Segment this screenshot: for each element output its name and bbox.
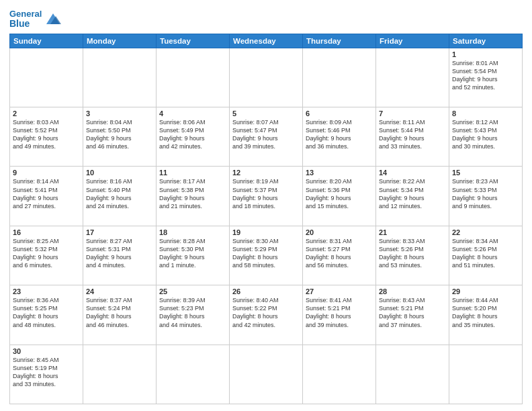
day-number: 1 bbox=[452, 50, 519, 58]
calendar-week-2: 2Sunrise: 8:03 AM Sunset: 5:52 PM Daylig… bbox=[10, 107, 523, 167]
calendar-cell: 14Sunrise: 8:22 AM Sunset: 5:34 PM Dayli… bbox=[376, 167, 449, 226]
day-number: 8 bbox=[452, 109, 519, 118]
logo-text: General bbox=[9, 9, 42, 19]
day-number: 28 bbox=[379, 287, 446, 295]
calendar-cell: 27Sunrise: 8:41 AM Sunset: 5:21 PM Dayli… bbox=[303, 285, 376, 345]
day-number: 16 bbox=[13, 228, 80, 236]
calendar-cell: 8Sunrise: 8:12 AM Sunset: 5:43 PM Daylig… bbox=[449, 107, 523, 167]
day-number: 11 bbox=[159, 169, 226, 177]
calendar-cell: 2Sunrise: 8:03 AM Sunset: 5:52 PM Daylig… bbox=[10, 107, 83, 167]
day-info: Sunrise: 8:33 AM Sunset: 5:26 PM Dayligh… bbox=[379, 237, 446, 270]
day-info: Sunrise: 8:17 AM Sunset: 5:38 PM Dayligh… bbox=[159, 177, 226, 210]
calendar-cell bbox=[303, 345, 376, 404]
day-info: Sunrise: 8:36 AM Sunset: 5:25 PM Dayligh… bbox=[13, 296, 80, 329]
calendar-cell: 22Sunrise: 8:34 AM Sunset: 5:26 PM Dayli… bbox=[449, 226, 523, 285]
day-info: Sunrise: 8:01 AM Sunset: 5:54 PM Dayligh… bbox=[452, 59, 519, 92]
calendar-cell: 24Sunrise: 8:37 AM Sunset: 5:24 PM Dayli… bbox=[83, 285, 157, 345]
day-number: 3 bbox=[86, 109, 153, 118]
header: General Blue bbox=[9, 7, 523, 30]
day-info: Sunrise: 8:23 AM Sunset: 5:33 PM Dayligh… bbox=[452, 177, 519, 210]
day-info: Sunrise: 8:22 AM Sunset: 5:34 PM Dayligh… bbox=[379, 177, 446, 210]
day-info: Sunrise: 8:44 AM Sunset: 5:20 PM Dayligh… bbox=[452, 296, 519, 329]
day-number: 12 bbox=[232, 169, 300, 177]
day-number: 6 bbox=[306, 109, 373, 118]
calendar-body: 1Sunrise: 8:01 AM Sunset: 5:54 PM Daylig… bbox=[10, 48, 523, 404]
day-number: 29 bbox=[452, 287, 519, 295]
logo-icon bbox=[44, 12, 62, 27]
day-number: 2 bbox=[13, 109, 80, 118]
day-info: Sunrise: 8:03 AM Sunset: 5:52 PM Dayligh… bbox=[13, 118, 80, 151]
calendar-cell bbox=[157, 345, 230, 404]
column-header-friday: Friday bbox=[376, 34, 449, 48]
calendar-cell: 13Sunrise: 8:20 AM Sunset: 5:36 PM Dayli… bbox=[303, 167, 376, 226]
day-number: 27 bbox=[306, 287, 373, 295]
calendar-cell: 30Sunrise: 8:45 AM Sunset: 5:19 PM Dayli… bbox=[10, 345, 83, 404]
day-info: Sunrise: 8:11 AM Sunset: 5:44 PM Dayligh… bbox=[379, 118, 446, 151]
day-info: Sunrise: 8:27 AM Sunset: 5:31 PM Dayligh… bbox=[86, 237, 153, 270]
calendar-cell: 18Sunrise: 8:28 AM Sunset: 5:30 PM Dayli… bbox=[157, 226, 230, 285]
calendar-cell: 26Sunrise: 8:40 AM Sunset: 5:22 PM Dayli… bbox=[230, 285, 303, 345]
calendar-cell bbox=[376, 48, 449, 107]
day-number: 13 bbox=[306, 169, 373, 177]
calendar-cell: 21Sunrise: 8:33 AM Sunset: 5:26 PM Dayli… bbox=[376, 226, 449, 285]
calendar-cell: 20Sunrise: 8:31 AM Sunset: 5:27 PM Dayli… bbox=[303, 226, 376, 285]
calendar-cell bbox=[230, 48, 303, 107]
day-number: 21 bbox=[379, 228, 446, 236]
calendar-cell: 23Sunrise: 8:36 AM Sunset: 5:25 PM Dayli… bbox=[10, 285, 83, 345]
day-info: Sunrise: 8:43 AM Sunset: 5:21 PM Dayligh… bbox=[379, 296, 446, 329]
day-info: Sunrise: 8:39 AM Sunset: 5:23 PM Dayligh… bbox=[159, 296, 226, 329]
day-info: Sunrise: 8:09 AM Sunset: 5:46 PM Dayligh… bbox=[306, 118, 373, 151]
column-header-wednesday: Wednesday bbox=[230, 34, 303, 48]
calendar-week-1: 1Sunrise: 8:01 AM Sunset: 5:54 PM Daylig… bbox=[10, 48, 523, 107]
day-info: Sunrise: 8:07 AM Sunset: 5:47 PM Dayligh… bbox=[232, 118, 300, 151]
calendar-cell bbox=[449, 345, 523, 404]
column-header-saturday: Saturday bbox=[449, 34, 523, 48]
calendar-cell: 19Sunrise: 8:30 AM Sunset: 5:29 PM Dayli… bbox=[230, 226, 303, 285]
day-info: Sunrise: 8:04 AM Sunset: 5:50 PM Dayligh… bbox=[86, 118, 153, 151]
calendar-cell bbox=[230, 345, 303, 404]
day-info: Sunrise: 8:45 AM Sunset: 5:19 PM Dayligh… bbox=[13, 356, 80, 389]
calendar-cell bbox=[10, 48, 83, 107]
day-info: Sunrise: 8:34 AM Sunset: 5:26 PM Dayligh… bbox=[452, 237, 519, 270]
day-number: 22 bbox=[452, 228, 519, 236]
day-info: Sunrise: 8:06 AM Sunset: 5:49 PM Dayligh… bbox=[159, 118, 226, 151]
calendar-cell: 11Sunrise: 8:17 AM Sunset: 5:38 PM Dayli… bbox=[157, 167, 230, 226]
day-number: 17 bbox=[86, 228, 153, 236]
calendar-cell: 15Sunrise: 8:23 AM Sunset: 5:33 PM Dayli… bbox=[449, 167, 523, 226]
calendar-cell: 28Sunrise: 8:43 AM Sunset: 5:21 PM Dayli… bbox=[376, 285, 449, 345]
day-number: 18 bbox=[159, 228, 226, 236]
day-number: 26 bbox=[232, 287, 300, 295]
day-info: Sunrise: 8:20 AM Sunset: 5:36 PM Dayligh… bbox=[306, 177, 373, 210]
day-info: Sunrise: 8:37 AM Sunset: 5:24 PM Dayligh… bbox=[86, 296, 153, 329]
calendar-cell: 7Sunrise: 8:11 AM Sunset: 5:44 PM Daylig… bbox=[376, 107, 449, 167]
day-info: Sunrise: 8:19 AM Sunset: 5:37 PM Dayligh… bbox=[232, 177, 300, 210]
day-number: 25 bbox=[159, 287, 226, 295]
calendar-cell bbox=[83, 48, 157, 107]
day-info: Sunrise: 8:31 AM Sunset: 5:27 PM Dayligh… bbox=[306, 237, 373, 270]
day-info: Sunrise: 8:41 AM Sunset: 5:21 PM Dayligh… bbox=[306, 296, 373, 329]
calendar-cell: 12Sunrise: 8:19 AM Sunset: 5:37 PM Dayli… bbox=[230, 167, 303, 226]
day-info: Sunrise: 8:16 AM Sunset: 5:40 PM Dayligh… bbox=[86, 177, 153, 210]
day-number: 10 bbox=[86, 169, 153, 177]
calendar-cell: 25Sunrise: 8:39 AM Sunset: 5:23 PM Dayli… bbox=[157, 285, 230, 345]
logo-blue: Blue bbox=[9, 18, 30, 29]
column-header-tuesday: Tuesday bbox=[157, 34, 230, 48]
calendar-week-5: 23Sunrise: 8:36 AM Sunset: 5:25 PM Dayli… bbox=[10, 285, 523, 345]
calendar-cell: 3Sunrise: 8:04 AM Sunset: 5:50 PM Daylig… bbox=[83, 107, 157, 167]
day-number: 9 bbox=[13, 169, 80, 177]
calendar-cell: 4Sunrise: 8:06 AM Sunset: 5:49 PM Daylig… bbox=[157, 107, 230, 167]
day-number: 15 bbox=[452, 169, 519, 177]
day-info: Sunrise: 8:30 AM Sunset: 5:29 PM Dayligh… bbox=[232, 237, 300, 270]
calendar-cell: 6Sunrise: 8:09 AM Sunset: 5:46 PM Daylig… bbox=[303, 107, 376, 167]
calendar-cell: 1Sunrise: 8:01 AM Sunset: 5:54 PM Daylig… bbox=[449, 48, 523, 107]
day-number: 19 bbox=[232, 228, 300, 236]
calendar-cell bbox=[376, 345, 449, 404]
calendar-week-3: 9Sunrise: 8:14 AM Sunset: 5:41 PM Daylig… bbox=[10, 167, 523, 226]
day-number: 7 bbox=[379, 109, 446, 118]
logo: General Blue bbox=[9, 9, 62, 30]
day-info: Sunrise: 8:28 AM Sunset: 5:30 PM Dayligh… bbox=[159, 237, 226, 270]
calendar-cell bbox=[303, 48, 376, 107]
page: General Blue SundayMondayTuesdayWednesda… bbox=[0, 0, 532, 411]
calendar-cell: 29Sunrise: 8:44 AM Sunset: 5:20 PM Dayli… bbox=[449, 285, 523, 345]
calendar-week-6: 30Sunrise: 8:45 AM Sunset: 5:19 PM Dayli… bbox=[10, 345, 523, 404]
